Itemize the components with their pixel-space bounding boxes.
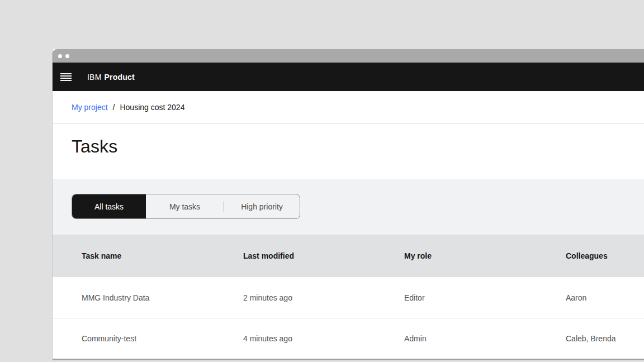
tasks-table: Task name Last modified My role Colleagu… — [53, 235, 644, 358]
cell-my-role: Admin — [395, 334, 557, 343]
table-row[interactable]: Community-test 4 minutes ago Admin Caleb… — [53, 318, 644, 358]
tab-group: All tasks My tasks High priority — [72, 194, 300, 219]
tab-high-priority[interactable]: High priority — [224, 194, 300, 218]
app-brand: IBMProduct — [87, 73, 135, 82]
tabs-section: All tasks My tasks High priority — [53, 179, 644, 235]
cell-task-name: Community-test — [72, 334, 234, 343]
cell-colleagues: Caleb, Brenda — [557, 334, 644, 343]
menu-button[interactable] — [53, 63, 79, 91]
brand-prefix: IBM — [87, 73, 102, 82]
breadcrumb: My project / Housing cost 2024 — [53, 91, 644, 124]
breadcrumb-separator: / — [113, 103, 115, 112]
hamburger-icon — [60, 73, 72, 81]
brand-name: Product — [105, 73, 135, 82]
column-header-colleagues: Colleagues — [557, 251, 644, 260]
browser-window: IBMProduct My project / Housing cost 202… — [53, 49, 644, 359]
cell-colleagues: Aaron — [557, 293, 644, 302]
table-header-row: Task name Last modified My role Colleagu… — [53, 235, 644, 277]
breadcrumb-current-page: Housing cost 2024 — [120, 103, 184, 112]
tab-my-tasks[interactable]: My tasks — [146, 194, 224, 218]
window-titlebar — [53, 49, 644, 63]
window-control-dot[interactable] — [58, 54, 62, 58]
cell-my-role: Editor — [395, 293, 557, 302]
cell-last-modified: 2 minutes ago — [234, 293, 395, 302]
column-header-my-role: My role — [395, 251, 557, 260]
table-row[interactable]: MMG Industry Data 2 minutes ago Editor A… — [53, 277, 644, 318]
cell-task-name: MMG Industry Data — [72, 293, 234, 302]
window-control-dot[interactable] — [65, 54, 69, 58]
title-section: Tasks — [53, 124, 644, 179]
column-header-task-name: Task name — [72, 251, 234, 260]
page-title: Tasks — [72, 136, 644, 157]
tab-all-tasks[interactable]: All tasks — [72, 194, 146, 218]
app-header: IBMProduct — [53, 63, 644, 91]
column-header-last-modified: Last modified — [234, 251, 395, 260]
breadcrumb-link-my-project[interactable]: My project — [72, 103, 108, 112]
cell-last-modified: 4 minutes ago — [234, 334, 395, 343]
